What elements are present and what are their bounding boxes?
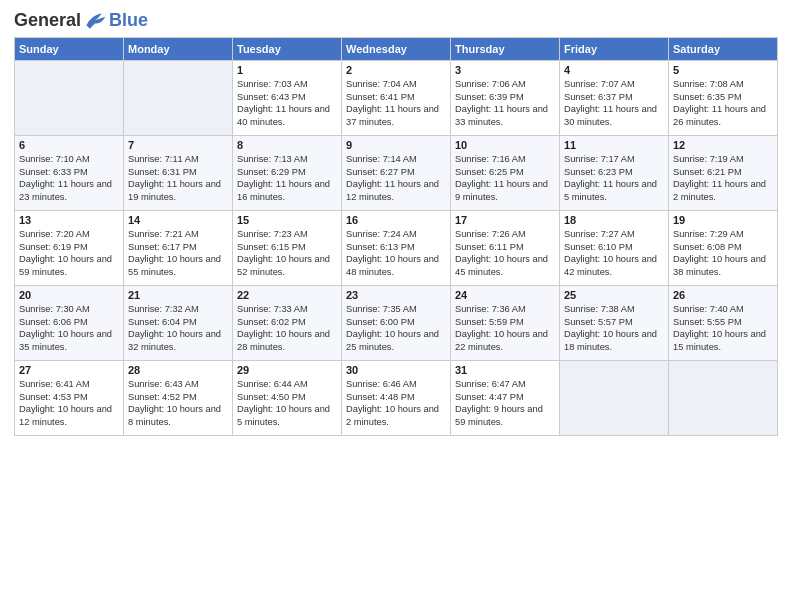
calendar-week-row: 27Sunrise: 6:41 AMSunset: 4:53 PMDayligh… — [15, 361, 778, 436]
day-info: Sunrise: 7:10 AMSunset: 6:33 PMDaylight:… — [19, 153, 119, 203]
day-info: Sunrise: 7:32 AMSunset: 6:04 PMDaylight:… — [128, 303, 228, 353]
day-number: 24 — [455, 289, 555, 301]
calendar-header-row: SundayMondayTuesdayWednesdayThursdayFrid… — [15, 38, 778, 61]
day-info: Sunrise: 7:21 AMSunset: 6:17 PMDaylight:… — [128, 228, 228, 278]
logo-bird-icon — [83, 11, 107, 31]
day-number: 12 — [673, 139, 773, 151]
day-info: Sunrise: 7:06 AMSunset: 6:39 PMDaylight:… — [455, 78, 555, 128]
day-info: Sunrise: 7:19 AMSunset: 6:21 PMDaylight:… — [673, 153, 773, 203]
day-info: Sunrise: 7:17 AMSunset: 6:23 PMDaylight:… — [564, 153, 664, 203]
calendar-cell: 5Sunrise: 7:08 AMSunset: 6:35 PMDaylight… — [669, 61, 778, 136]
calendar-cell: 6Sunrise: 7:10 AMSunset: 6:33 PMDaylight… — [15, 136, 124, 211]
day-number: 4 — [564, 64, 664, 76]
day-number: 3 — [455, 64, 555, 76]
calendar-cell: 15Sunrise: 7:23 AMSunset: 6:15 PMDayligh… — [233, 211, 342, 286]
calendar-cell — [669, 361, 778, 436]
day-number: 18 — [564, 214, 664, 226]
calendar-cell: 16Sunrise: 7:24 AMSunset: 6:13 PMDayligh… — [342, 211, 451, 286]
weekday-header-tuesday: Tuesday — [233, 38, 342, 61]
calendar-cell: 30Sunrise: 6:46 AMSunset: 4:48 PMDayligh… — [342, 361, 451, 436]
day-number: 1 — [237, 64, 337, 76]
day-info: Sunrise: 7:35 AMSunset: 6:00 PMDaylight:… — [346, 303, 446, 353]
calendar-week-row: 6Sunrise: 7:10 AMSunset: 6:33 PMDaylight… — [15, 136, 778, 211]
day-info: Sunrise: 7:26 AMSunset: 6:11 PMDaylight:… — [455, 228, 555, 278]
day-info: Sunrise: 6:43 AMSunset: 4:52 PMDaylight:… — [128, 378, 228, 428]
day-number: 26 — [673, 289, 773, 301]
calendar-cell: 26Sunrise: 7:40 AMSunset: 5:55 PMDayligh… — [669, 286, 778, 361]
day-info: Sunrise: 7:40 AMSunset: 5:55 PMDaylight:… — [673, 303, 773, 353]
day-info: Sunrise: 7:30 AMSunset: 6:06 PMDaylight:… — [19, 303, 119, 353]
calendar-cell: 9Sunrise: 7:14 AMSunset: 6:27 PMDaylight… — [342, 136, 451, 211]
day-number: 16 — [346, 214, 446, 226]
day-number: 19 — [673, 214, 773, 226]
day-info: Sunrise: 7:03 AMSunset: 6:43 PMDaylight:… — [237, 78, 337, 128]
calendar-cell — [124, 61, 233, 136]
calendar-cell: 21Sunrise: 7:32 AMSunset: 6:04 PMDayligh… — [124, 286, 233, 361]
day-info: Sunrise: 6:47 AMSunset: 4:47 PMDaylight:… — [455, 378, 555, 428]
day-number: 11 — [564, 139, 664, 151]
day-number: 31 — [455, 364, 555, 376]
day-info: Sunrise: 7:11 AMSunset: 6:31 PMDaylight:… — [128, 153, 228, 203]
day-info: Sunrise: 7:38 AMSunset: 5:57 PMDaylight:… — [564, 303, 664, 353]
calendar-cell: 4Sunrise: 7:07 AMSunset: 6:37 PMDaylight… — [560, 61, 669, 136]
day-info: Sunrise: 7:04 AMSunset: 6:41 PMDaylight:… — [346, 78, 446, 128]
day-number: 22 — [237, 289, 337, 301]
weekday-header-wednesday: Wednesday — [342, 38, 451, 61]
day-info: Sunrise: 7:08 AMSunset: 6:35 PMDaylight:… — [673, 78, 773, 128]
calendar-cell: 31Sunrise: 6:47 AMSunset: 4:47 PMDayligh… — [451, 361, 560, 436]
day-info: Sunrise: 7:36 AMSunset: 5:59 PMDaylight:… — [455, 303, 555, 353]
logo-area: General Blue — [14, 10, 148, 31]
weekday-header-monday: Monday — [124, 38, 233, 61]
calendar-cell: 23Sunrise: 7:35 AMSunset: 6:00 PMDayligh… — [342, 286, 451, 361]
calendar-week-row: 13Sunrise: 7:20 AMSunset: 6:19 PMDayligh… — [15, 211, 778, 286]
day-number: 23 — [346, 289, 446, 301]
day-number: 14 — [128, 214, 228, 226]
calendar-cell: 14Sunrise: 7:21 AMSunset: 6:17 PMDayligh… — [124, 211, 233, 286]
day-number: 27 — [19, 364, 119, 376]
day-info: Sunrise: 7:29 AMSunset: 6:08 PMDaylight:… — [673, 228, 773, 278]
calendar-cell: 28Sunrise: 6:43 AMSunset: 4:52 PMDayligh… — [124, 361, 233, 436]
day-info: Sunrise: 7:24 AMSunset: 6:13 PMDaylight:… — [346, 228, 446, 278]
day-info: Sunrise: 7:07 AMSunset: 6:37 PMDaylight:… — [564, 78, 664, 128]
day-number: 2 — [346, 64, 446, 76]
day-number: 7 — [128, 139, 228, 151]
calendar-cell: 27Sunrise: 6:41 AMSunset: 4:53 PMDayligh… — [15, 361, 124, 436]
calendar-cell: 29Sunrise: 6:44 AMSunset: 4:50 PMDayligh… — [233, 361, 342, 436]
day-number: 25 — [564, 289, 664, 301]
calendar-cell: 1Sunrise: 7:03 AMSunset: 6:43 PMDaylight… — [233, 61, 342, 136]
day-number: 29 — [237, 364, 337, 376]
day-number: 30 — [346, 364, 446, 376]
day-number: 13 — [19, 214, 119, 226]
calendar-cell: 2Sunrise: 7:04 AMSunset: 6:41 PMDaylight… — [342, 61, 451, 136]
day-number: 9 — [346, 139, 446, 151]
day-number: 21 — [128, 289, 228, 301]
calendar-cell: 25Sunrise: 7:38 AMSunset: 5:57 PMDayligh… — [560, 286, 669, 361]
day-number: 8 — [237, 139, 337, 151]
day-number: 6 — [19, 139, 119, 151]
calendar-page: General Blue SundayMondayTuesdayWednesda… — [0, 0, 792, 612]
weekday-header-friday: Friday — [560, 38, 669, 61]
day-info: Sunrise: 6:41 AMSunset: 4:53 PMDaylight:… — [19, 378, 119, 428]
calendar-cell: 13Sunrise: 7:20 AMSunset: 6:19 PMDayligh… — [15, 211, 124, 286]
day-info: Sunrise: 7:16 AMSunset: 6:25 PMDaylight:… — [455, 153, 555, 203]
calendar-cell: 17Sunrise: 7:26 AMSunset: 6:11 PMDayligh… — [451, 211, 560, 286]
calendar-cell: 20Sunrise: 7:30 AMSunset: 6:06 PMDayligh… — [15, 286, 124, 361]
weekday-header-sunday: Sunday — [15, 38, 124, 61]
logo: General Blue — [14, 10, 148, 31]
day-number: 15 — [237, 214, 337, 226]
calendar-cell: 10Sunrise: 7:16 AMSunset: 6:25 PMDayligh… — [451, 136, 560, 211]
day-number: 28 — [128, 364, 228, 376]
day-info: Sunrise: 6:44 AMSunset: 4:50 PMDaylight:… — [237, 378, 337, 428]
calendar-cell: 19Sunrise: 7:29 AMSunset: 6:08 PMDayligh… — [669, 211, 778, 286]
day-number: 10 — [455, 139, 555, 151]
logo-general-text: General — [14, 10, 81, 31]
weekday-header-saturday: Saturday — [669, 38, 778, 61]
calendar-cell: 3Sunrise: 7:06 AMSunset: 6:39 PMDaylight… — [451, 61, 560, 136]
calendar-cell: 7Sunrise: 7:11 AMSunset: 6:31 PMDaylight… — [124, 136, 233, 211]
day-info: Sunrise: 7:13 AMSunset: 6:29 PMDaylight:… — [237, 153, 337, 203]
logo-blue-text: Blue — [109, 10, 148, 31]
day-number: 20 — [19, 289, 119, 301]
day-info: Sunrise: 7:14 AMSunset: 6:27 PMDaylight:… — [346, 153, 446, 203]
header: General Blue — [14, 10, 778, 31]
weekday-header-thursday: Thursday — [451, 38, 560, 61]
